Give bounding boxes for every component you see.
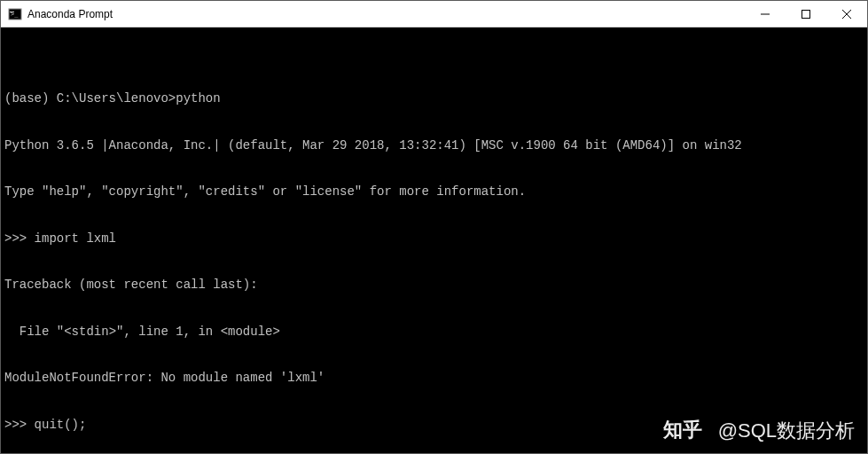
svg-text:>_: >_ — [11, 11, 19, 18]
titlebar[interactable]: >_ Anaconda Prompt — [1, 1, 867, 27]
terminal-line: File "<stdin>", line 1, in <module> — [4, 325, 864, 340]
terminal-line: Python 3.6.5 |Anaconda, Inc.| (default, … — [4, 138, 864, 154]
anaconda-prompt-window: >_ Anaconda Prompt (base) C:\Users\lenov… — [0, 0, 868, 454]
terminal-line: Traceback (most recent call last): — [4, 278, 864, 294]
terminal-line: Type "help", "copyright", "credits" or "… — [4, 184, 864, 200]
terminal-line: ModuleNotFoundError: No module named 'lx… — [4, 371, 864, 387]
svg-rect-4 — [802, 10, 810, 18]
terminal-line: >>> import lxml — [4, 231, 864, 247]
app-icon: >_ — [8, 7, 22, 21]
maximize-button[interactable] — [786, 1, 826, 27]
window-controls — [745, 1, 867, 27]
terminal-line: (base) C:\Users\lenovo>python — [4, 91, 864, 107]
close-button[interactable] — [826, 1, 867, 27]
terminal-area[interactable]: (base) C:\Users\lenovo>python Python 3.6… — [1, 27, 867, 453]
minimize-button[interactable] — [745, 1, 786, 27]
window-title: Anaconda Prompt — [27, 8, 745, 20]
terminal-line: >>> quit(); — [4, 418, 864, 434]
